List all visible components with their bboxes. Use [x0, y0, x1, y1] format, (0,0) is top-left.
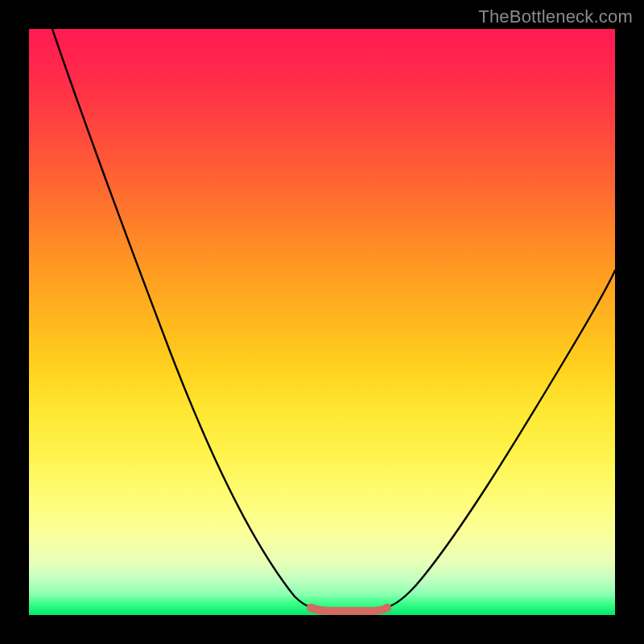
v-curve	[29, 29, 615, 615]
curve-left-branch	[52, 29, 312, 608]
curve-right-branch	[386, 270, 615, 608]
watermark-text: TheBottleneck.com	[478, 6, 633, 27]
curve-flat-minimum-highlight	[311, 608, 387, 611]
chart-frame: TheBottleneck.com	[0, 0, 644, 644]
highlight-end-left	[307, 604, 315, 612]
plot-area	[29, 29, 615, 615]
highlight-end-right	[383, 604, 391, 612]
